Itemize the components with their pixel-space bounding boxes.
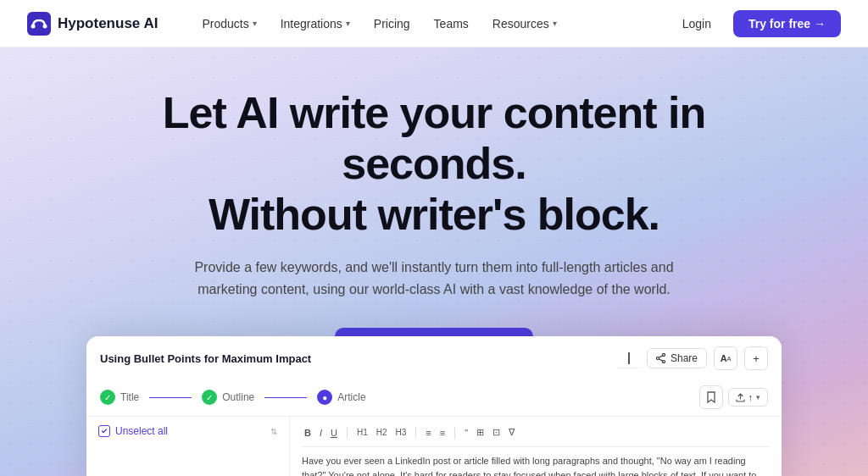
insert-group: " ⊞ ⊡ ∇	[462, 425, 517, 440]
nav-item-pricing[interactable]: Pricing	[364, 12, 420, 36]
nav-item-products[interactable]: Products ▾	[192, 12, 266, 36]
plus-icon: +	[753, 352, 760, 365]
bold-button[interactable]: B	[302, 426, 314, 440]
step-connector	[149, 397, 192, 398]
sort-icon: ⇅	[270, 427, 277, 436]
step-connector	[264, 397, 307, 398]
hero-section: Let AI write your content in seconds. Wi…	[0, 47, 868, 476]
preview-toolbar-right: Share A A +	[647, 346, 768, 370]
nav-item-integrations[interactable]: Integrations ▾	[270, 12, 360, 36]
image-button[interactable]: ⊡	[490, 425, 503, 440]
logo[interactable]: Hypotenuse AI	[27, 12, 158, 36]
translate-sub-icon: A	[727, 356, 732, 362]
nav-links: Products ▾ Integrations ▾ Pricing Teams …	[192, 12, 670, 36]
hero-subtitle: Provide a few keywords, and we'll instan…	[180, 257, 688, 300]
upload-icon	[736, 393, 745, 402]
editor-action-buttons: ↑ ▾	[699, 385, 769, 409]
preview-left-panel: Unselect all ⇅	[86, 417, 290, 476]
italic-button[interactable]: I	[317, 426, 325, 440]
step-active-icon: ●	[317, 390, 332, 405]
list-button[interactable]: ≡	[423, 426, 433, 440]
dropdown-arrow: ▾	[756, 393, 760, 401]
svg-point-4	[656, 357, 659, 360]
doc-title: Using Bullet Points for Maximum Impact	[100, 352, 311, 365]
preview-header: Using Bullet Points for Maximum Impact	[86, 336, 782, 417]
login-button[interactable]: Login	[670, 12, 723, 36]
unselect-all-button[interactable]: Unselect all ⇅	[98, 425, 277, 437]
step-title: ✓ Title	[100, 390, 139, 405]
upload-button[interactable]: ↑ ▾	[728, 388, 769, 407]
editor-content[interactable]: Have you ever seen a LinkedIn post or ar…	[302, 454, 770, 476]
nav-right: Login Try for free →	[670, 10, 841, 37]
cursor-area	[616, 349, 642, 368]
h2-button[interactable]: H2	[374, 426, 390, 439]
bookmark-icon	[706, 391, 716, 403]
heading-group: H1 H2 H3	[354, 426, 409, 439]
svg-point-5	[662, 361, 665, 363]
quote-button[interactable]: "	[462, 426, 470, 440]
logo-icon	[27, 12, 51, 36]
list-group: ≡ ≡	[423, 426, 448, 440]
toolbar-separator	[347, 427, 348, 439]
chevron-down-icon: ▾	[253, 19, 257, 28]
step-check-icon: ✓	[100, 390, 115, 405]
nav-item-teams[interactable]: Teams	[424, 12, 479, 36]
preview-title-row: Using Bullet Points for Maximum Impact	[100, 346, 768, 370]
share-button[interactable]: Share	[647, 348, 707, 368]
step-article: ● Article	[317, 390, 365, 405]
check-icon	[101, 428, 108, 434]
ordered-list-button[interactable]: ≡	[437, 426, 448, 440]
more-button[interactable]: ∇	[506, 425, 517, 440]
underline-button[interactable]: U	[328, 426, 340, 440]
unselect-icon	[98, 425, 110, 437]
share-icon	[656, 353, 666, 363]
product-preview-card: Using Bullet Points for Maximum Impact	[86, 336, 782, 476]
chevron-down-icon: ▾	[553, 19, 557, 28]
step-check-icon: ✓	[202, 390, 217, 405]
toolbar-separator	[415, 427, 416, 439]
bookmark-button[interactable]	[699, 385, 723, 409]
chevron-down-icon: ▾	[346, 19, 350, 28]
preview-body: Unselect all ⇅ B I U H1 H2	[86, 417, 782, 476]
svg-point-1	[31, 24, 36, 28]
svg-line-7	[659, 359, 662, 361]
svg-point-3	[662, 354, 665, 357]
table-button[interactable]: ⊞	[474, 425, 487, 440]
svg-line-6	[659, 356, 662, 357]
editor-toolbar: B I U H1 H2 H3 ≡ ≡	[302, 425, 770, 447]
h3-button[interactable]: H3	[393, 426, 409, 439]
preview-editor: B I U H1 H2 H3 ≡ ≡	[290, 417, 782, 476]
logo-text: Hypotenuse AI	[58, 15, 158, 32]
svg-rect-0	[27, 12, 51, 36]
hero-title: Let AI write your content in seconds. Wi…	[95, 88, 773, 240]
step-outline: ✓ Outline	[202, 390, 254, 405]
upload-label: ↑	[748, 392, 754, 402]
h1-button[interactable]: H1	[354, 426, 370, 439]
nav-item-resources[interactable]: Resources ▾	[482, 12, 567, 36]
toolbar-separator	[454, 427, 455, 439]
translate-button[interactable]: A A	[714, 346, 737, 370]
text-format-group: B I U	[302, 426, 340, 440]
navbar: Hypotenuse AI Products ▾ Integrations ▾ …	[0, 0, 868, 47]
try-for-free-button[interactable]: Try for free →	[733, 10, 841, 37]
translate-icon: A	[721, 353, 727, 363]
add-button[interactable]: +	[744, 346, 768, 370]
progress-steps: ✓ Title ✓ Outline ● Article	[100, 379, 768, 416]
text-cursor	[628, 352, 630, 364]
svg-point-2	[43, 24, 47, 28]
